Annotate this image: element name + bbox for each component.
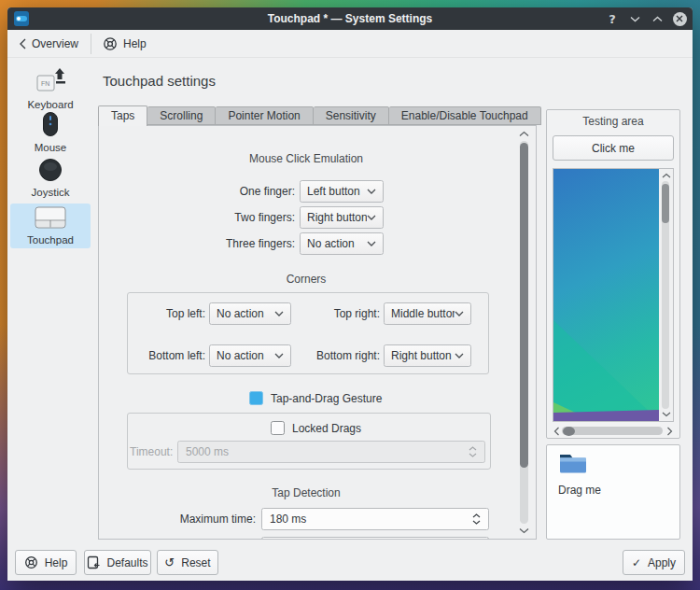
sidebar-item-touchpad[interactable]: Touchpad xyxy=(10,204,91,248)
drag-me-label: Drag me xyxy=(558,484,601,497)
bottom-right-label: Bottom right: xyxy=(305,344,380,367)
scroll-up-icon[interactable] xyxy=(662,173,671,178)
one-finger-dropdown[interactable]: Left button xyxy=(300,180,384,203)
corners-groupbox: Top left: No action Top right: Middle bu… xyxy=(127,292,489,374)
testing-scroll-content[interactable] xyxy=(553,169,659,421)
drag-me-item[interactable]: Drag me xyxy=(558,451,601,497)
top-left-dropdown[interactable]: No action xyxy=(209,302,291,325)
sidebar-item-mouse[interactable]: Mouse xyxy=(10,108,91,155)
spin-down-icon[interactable] xyxy=(472,520,481,525)
joystick-icon xyxy=(38,158,63,182)
help-lifebuoy-icon xyxy=(24,555,38,569)
tab-scrolling[interactable]: Scrolling xyxy=(147,106,216,125)
scroll-left-icon[interactable] xyxy=(553,427,560,436)
click-me-button[interactable]: Click me xyxy=(553,135,674,161)
scroll-down-icon[interactable] xyxy=(519,527,529,534)
section-title-tap-detection: Tap Detection xyxy=(99,486,513,499)
svg-text:FN: FN xyxy=(41,80,49,87)
section-title-mouse-click-emulation: Mouse Click Emulation xyxy=(99,152,513,165)
testing-scroll-viewport xyxy=(553,168,674,422)
two-fingers-dropdown[interactable]: Right button xyxy=(300,206,384,229)
chevron-up-icon xyxy=(652,16,663,22)
locked-drags-checkbox[interactable] xyxy=(271,421,285,435)
maximize-button[interactable] xyxy=(646,7,668,30)
toolbar-separator xyxy=(91,34,91,54)
touchpad-icon xyxy=(35,206,66,230)
chevron-down-icon xyxy=(455,353,464,358)
testing-area-title: Testing area xyxy=(547,115,679,128)
locked-drags-label: Locked Drags xyxy=(292,422,361,436)
spin-up-icon xyxy=(469,446,477,451)
sidebar-item-label: Joystick xyxy=(10,187,91,198)
locked-drags-groupbox: Locked Drags Timeout: 5000 ms xyxy=(127,413,491,470)
form-scrollbar-thumb[interactable] xyxy=(520,143,528,468)
scroll-down-icon[interactable] xyxy=(662,412,671,417)
chevron-down-icon xyxy=(367,189,376,194)
apply-button[interactable]: ✓ Apply xyxy=(623,550,685,575)
system-settings-window: Touchpad * — System Settings ? Overview xyxy=(7,7,693,581)
bottom-right-dropdown[interactable]: Right button xyxy=(384,344,471,367)
defaults-button[interactable]: Defaults xyxy=(84,550,151,575)
window-title: Touchpad * — System Settings xyxy=(7,7,693,30)
keyboard-icon: FN xyxy=(35,66,66,94)
titlebar-help-button[interactable]: ? xyxy=(601,7,623,30)
tab-sensitivity[interactable]: Sensitivity xyxy=(314,106,389,125)
chevron-down-icon xyxy=(367,241,376,246)
overview-back-button[interactable]: Overview xyxy=(13,33,84,55)
close-button[interactable] xyxy=(668,7,691,30)
sidebar-item-keyboard[interactable]: FN Keyboard xyxy=(10,63,91,108)
sidebar-item-label: Touchpad xyxy=(10,234,91,246)
two-fingers-label: Two fingers: xyxy=(99,206,295,229)
sidebar-item-label: Mouse xyxy=(10,142,91,153)
top-left-label: Top left: xyxy=(128,302,205,325)
chevron-down-icon xyxy=(455,311,464,316)
help-button[interactable]: Help xyxy=(15,550,77,575)
spin-up-icon[interactable] xyxy=(472,513,481,518)
toolbar-help-button[interactable]: Help xyxy=(97,33,152,55)
chevron-left-icon xyxy=(19,38,26,49)
page-title: Touchpad settings xyxy=(103,73,216,89)
testing-vertical-scrollbar[interactable] xyxy=(659,169,673,421)
three-fingers-dropdown[interactable]: No action xyxy=(300,232,384,255)
document-revert-icon xyxy=(87,555,100,569)
clipped-next-spinbox[interactable] xyxy=(261,537,489,540)
overview-label: Overview xyxy=(32,37,78,50)
checkmark-icon: ✓ xyxy=(632,556,641,569)
folder-icon xyxy=(558,451,588,475)
taps-tab-content: Mouse Click Emulation One finger: Left b… xyxy=(98,125,537,540)
chevron-down-icon xyxy=(630,16,640,22)
sidebar-item-joystick[interactable]: Joystick xyxy=(10,155,91,202)
reset-button[interactable]: ↺ Reset xyxy=(157,550,218,575)
one-finger-label: One finger: xyxy=(99,180,295,203)
titlebar[interactable]: Touchpad * — System Settings ? xyxy=(7,7,693,30)
chevron-down-icon xyxy=(274,311,284,316)
timeout-spinbox: 5000 ms xyxy=(177,441,485,463)
form-scrollbar[interactable] xyxy=(516,126,532,539)
tab-enable-disable-touchpad[interactable]: Enable/Disable Touchpad xyxy=(389,106,541,125)
tab-pointer-motion[interactable]: Pointer Motion xyxy=(216,106,313,125)
testing-horizontal-thumb[interactable] xyxy=(563,427,575,436)
toolbar: Overview Help xyxy=(7,30,693,58)
scroll-up-icon[interactable] xyxy=(519,131,529,137)
help-label: Help xyxy=(123,37,147,50)
mouse-icon xyxy=(42,111,59,137)
drag-me-panel: Drag me xyxy=(546,444,680,540)
bottom-left-label: Bottom left: xyxy=(128,344,205,367)
tab-taps[interactable]: Taps xyxy=(98,105,147,126)
testing-vertical-thumb[interactable] xyxy=(662,184,669,223)
tab-bar: Taps Scrolling Pointer Motion Sensitivit… xyxy=(98,105,541,125)
close-icon xyxy=(673,12,687,26)
tap-and-drag-label: Tap-and-Drag Gesture xyxy=(271,392,382,406)
chevron-down-icon xyxy=(367,215,376,220)
bottom-left-dropdown[interactable]: No action xyxy=(209,344,291,367)
scroll-right-icon[interactable] xyxy=(666,427,673,436)
section-title-corners: Corners xyxy=(99,273,513,286)
tap-and-drag-checkbox[interactable] xyxy=(249,391,263,405)
help-lifebuoy-icon xyxy=(103,36,118,51)
spin-down-icon xyxy=(469,453,477,457)
top-right-dropdown[interactable]: Middle button xyxy=(384,302,471,325)
top-right-label: Top right: xyxy=(315,302,380,325)
minimize-button[interactable] xyxy=(623,7,646,30)
testing-horizontal-scrollbar[interactable] xyxy=(553,425,674,437)
maximum-time-spinbox[interactable]: 180 ms xyxy=(261,508,489,530)
